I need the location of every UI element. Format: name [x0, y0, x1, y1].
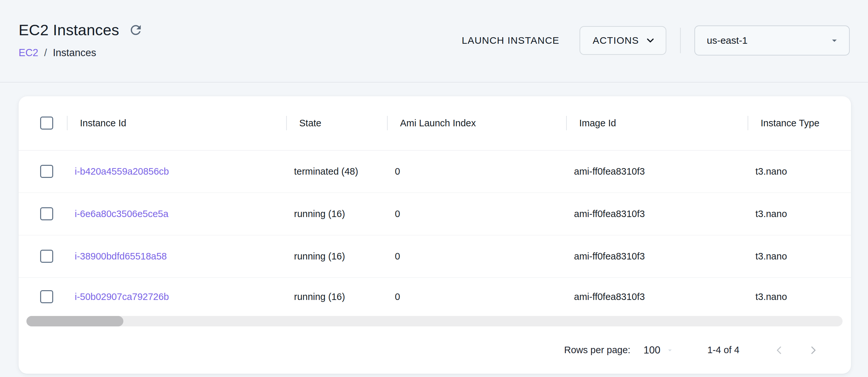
- instances-card: Instance Id State Ami Launch Index Image…: [19, 96, 851, 374]
- ami-launch-index-cell: 0: [387, 193, 566, 235]
- page-header: EC2 Instances EC2 / Instances LAUNCH INS…: [0, 0, 868, 83]
- instance-id-link[interactable]: i-6e6a80c3506e5ce5a: [75, 209, 168, 219]
- image-id-cell: ami-ff0fea8310f3: [566, 193, 748, 235]
- state-cell: running (16): [286, 278, 387, 316]
- breadcrumb-current: Instances: [53, 47, 96, 59]
- ami-launch-index-cell: 0: [387, 278, 566, 316]
- instance-id-link[interactable]: i-50b02907ca792726b: [75, 291, 169, 302]
- image-id-cell: ami-ff0fea8310f3: [566, 278, 748, 316]
- launch-instance-button[interactable]: LAUNCH INSTANCE: [457, 32, 564, 49]
- instance-type-cell: t3.nano: [748, 278, 851, 316]
- dropdown-caret-icon: [829, 35, 840, 46]
- chevron-right-icon: [807, 344, 820, 357]
- actions-button[interactable]: ACTIONS: [580, 26, 666, 55]
- region-select[interactable]: us-east-1: [694, 26, 850, 56]
- scrollbar-thumb[interactable]: [26, 316, 123, 326]
- table-row: i-38900bdfd65518a58 running (16) 0 ami-f…: [19, 235, 851, 278]
- instance-type-cell: t3.nano: [748, 235, 851, 278]
- row-checkbox[interactable]: [40, 250, 53, 263]
- previous-page-button[interactable]: [770, 340, 789, 360]
- pagination-range: 1-4 of 4: [708, 345, 739, 355]
- select-all-checkbox[interactable]: [40, 117, 53, 130]
- state-cell: running (16): [286, 235, 387, 278]
- column-header-ami-launch-index[interactable]: Ami Launch Index: [387, 96, 566, 150]
- pagination: Rows per page: 100 1-4 of 4: [19, 326, 851, 374]
- instance-type-cell: t3.nano: [748, 150, 851, 193]
- instance-type-cell: t3.nano: [748, 193, 851, 235]
- column-header-instance-type[interactable]: Instance Type: [748, 96, 851, 150]
- instances-table: Instance Id State Ami Launch Index Image…: [19, 96, 851, 316]
- ami-launch-index-cell: 0: [387, 235, 566, 278]
- table-header-row: Instance Id State Ami Launch Index Image…: [19, 96, 851, 150]
- table-row: i-b420a4559a20856cb terminated (48) 0 am…: [19, 150, 851, 193]
- ami-launch-index-cell: 0: [387, 150, 566, 193]
- image-id-cell: ami-ff0fea8310f3: [566, 235, 748, 278]
- state-cell: terminated (48): [286, 150, 387, 193]
- rows-per-page-value: 100: [644, 344, 660, 356]
- chevron-down-icon: [645, 35, 656, 46]
- horizontal-scrollbar[interactable]: [26, 316, 842, 326]
- row-checkbox[interactable]: [40, 207, 53, 220]
- region-select-value: us-east-1: [707, 35, 829, 46]
- header-controls: LAUNCH INSTANCE ACTIONS us-east-1: [457, 26, 850, 56]
- next-page-button[interactable]: [803, 340, 823, 360]
- rows-per-page-select[interactable]: 100: [644, 344, 674, 356]
- column-header-instance-id[interactable]: Instance Id: [67, 96, 286, 150]
- column-header-state[interactable]: State: [286, 96, 387, 150]
- chevron-left-icon: [773, 344, 786, 357]
- row-checkbox[interactable]: [40, 165, 53, 178]
- header-vertical-divider: [680, 28, 681, 53]
- column-header-image-id[interactable]: Image Id: [566, 96, 748, 150]
- breadcrumb-link-ec2[interactable]: EC2: [19, 47, 38, 59]
- instance-id-link[interactable]: i-b420a4559a20856cb: [75, 166, 169, 177]
- refresh-button[interactable]: [128, 22, 144, 38]
- refresh-icon: [128, 23, 143, 37]
- page-title: EC2 Instances: [19, 22, 119, 38]
- rows-per-page-label: Rows per page:: [564, 345, 630, 355]
- breadcrumb-separator: /: [44, 47, 47, 59]
- table-row: i-6e6a80c3506e5ce5a running (16) 0 ami-f…: [19, 193, 851, 235]
- instance-id-link[interactable]: i-38900bdfd65518a58: [75, 251, 167, 261]
- row-checkbox[interactable]: [40, 290, 53, 303]
- actions-button-label: ACTIONS: [593, 35, 639, 46]
- state-cell: running (16): [286, 193, 387, 235]
- table-row: i-50b02907ca792726b running (16) 0 ami-f…: [19, 278, 851, 316]
- image-id-cell: ami-ff0fea8310f3: [566, 150, 748, 193]
- dropdown-caret-icon: [666, 346, 674, 354]
